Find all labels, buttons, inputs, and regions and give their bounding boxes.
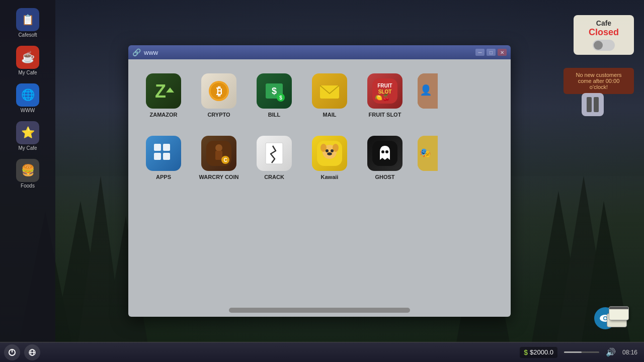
svg-point-40 — [326, 149, 329, 152]
mail-label: MAIL — [323, 112, 337, 118]
taskbar: $ $2000.0 🔊 08:16 — [0, 342, 644, 362]
close-button[interactable]: ✕ — [498, 49, 507, 56]
sidebar: 📋 Cafesoft ☕ My Cafe 🌐 WWW ⭐ My Cafe 🍔 F… — [0, 0, 55, 342]
fruitslot-icon: FRUIT SLOT 🍋 🍒 — [367, 73, 403, 109]
svg-point-45 — [385, 150, 388, 153]
window-titlebar: 🔗 www ─ □ ✕ — [128, 45, 511, 59]
svg-text:👤: 👤 — [420, 84, 432, 96]
cafe-status: Closed — [581, 27, 627, 38]
crack-label: CRACK — [264, 174, 284, 180]
app-item-zamazor[interactable]: Z ZAMAZOR — [138, 69, 189, 122]
sidebar-label-mycafe2: My Cafe — [18, 145, 37, 151]
ghost-icon — [367, 136, 403, 171]
sidebar-label-mycafe: My Cafe — [18, 70, 37, 75]
volume-icon[interactable]: 🔊 — [606, 347, 616, 357]
app-item-fruitslot[interactable]: FRUIT SLOT 🍋 🍒 FRUIT SLOT — [360, 69, 410, 122]
sidebar-item-foods[interactable]: 🍔 Foods — [5, 156, 50, 192]
zamazor-icon: Z — [146, 73, 181, 109]
app-item-ghost[interactable]: GHOST — [360, 132, 410, 184]
app-item-crack[interactable]: CRACK — [249, 132, 299, 184]
card-icon[interactable] — [607, 306, 629, 334]
titlebar-icon: 🔗 — [132, 48, 141, 56]
svg-text:$: $ — [272, 86, 277, 96]
money-amount: $2000.0 — [530, 348, 553, 356]
app-item-kawaii[interactable]: Kawaii — [304, 132, 355, 184]
card-front — [609, 306, 629, 320]
app-item-bill[interactable]: $ $ BILL — [249, 69, 299, 122]
scrollbar[interactable] — [229, 308, 410, 313]
svg-text:🍋: 🍋 — [375, 94, 382, 101]
taskbar-slider-area — [561, 351, 602, 353]
svg-rect-35 — [266, 143, 283, 164]
svg-point-42 — [327, 152, 332, 155]
svg-point-44 — [381, 150, 384, 153]
svg-point-41 — [331, 149, 334, 152]
cafe-toggle[interactable] — [593, 40, 615, 51]
cafe-notification: No new customers come after 00:00 o'cloc… — [564, 68, 634, 94]
crack-icon — [257, 136, 292, 171]
cafesoft-icon: 📋 — [16, 8, 39, 31]
pause-area — [582, 93, 604, 116]
svg-marker-10 — [166, 87, 174, 93]
window-body: Z ZAMAZOR ₿ CRYPTO — [128, 59, 511, 317]
pause-bar-right — [594, 97, 599, 112]
fruitslot-label: FRUIT SLOT — [369, 112, 401, 118]
app-item-skin[interactable]: 👤 — [415, 69, 440, 122]
sidebar-item-www[interactable]: 🌐 WWW — [5, 80, 50, 116]
svg-rect-28 — [154, 153, 161, 160]
titlebar-title: www — [144, 49, 472, 56]
svg-text:₿: ₿ — [216, 85, 222, 98]
mail-icon — [312, 73, 347, 109]
bill-icon: $ $ — [257, 73, 292, 109]
app-item-crypto[interactable]: ₿ CRYPTO — [194, 69, 244, 122]
warcry-label: WARCRY COIN — [199, 174, 239, 180]
warcry-icon: C — [201, 136, 236, 171]
svg-rect-29 — [163, 153, 170, 160]
minimize-button[interactable]: ─ — [475, 49, 485, 56]
app-item-apps[interactable]: APPS — [138, 132, 189, 184]
svg-text:Z: Z — [155, 81, 166, 102]
pause-bar-left — [587, 97, 592, 112]
www-window: 🔗 www ─ □ ✕ Z ZAMAZOR — [128, 45, 511, 317]
svg-rect-27 — [163, 144, 170, 151]
window-controls: ─ □ ✕ — [475, 49, 507, 56]
svg-rect-32 — [215, 151, 222, 160]
kawaii-label: Kawaii — [321, 174, 339, 180]
svg-point-31 — [215, 144, 222, 151]
zamazor-label: ZAMAZOR — [150, 112, 178, 118]
sidebar-label-www: WWW — [21, 108, 35, 113]
kawaii-icon — [312, 136, 347, 171]
taskbar-power-button[interactable] — [4, 344, 20, 360]
apps-icon — [146, 136, 181, 171]
svg-text:🍒: 🍒 — [382, 94, 390, 101]
apps-label: APPS — [156, 174, 171, 180]
mycafe2-icon: ⭐ — [16, 121, 39, 144]
svg-text:🎭: 🎭 — [420, 147, 431, 158]
sidebar-item-mycafe2[interactable]: ⭐ My Cafe — [5, 118, 50, 154]
cafe-toggle-knob — [594, 41, 603, 50]
svg-text:$: $ — [279, 95, 282, 101]
foods-icon: 🍔 — [16, 159, 39, 182]
cafe-panel: Cafe Closed — [574, 15, 634, 55]
real-icon: 🎭 — [418, 136, 438, 171]
sidebar-label-foods: Foods — [21, 183, 35, 189]
app-item-real[interactable]: 🎭 — [415, 132, 440, 184]
dollar-icon: $ — [524, 348, 528, 356]
maximize-button[interactable]: □ — [487, 49, 496, 56]
crypto-label: CRYPTO — [207, 112, 230, 118]
taskbar-www-button[interactable] — [24, 344, 40, 360]
taskbar-time: 08:16 — [620, 349, 640, 356]
app-item-warcry[interactable]: C WARCRY COIN — [194, 132, 244, 184]
pause-button[interactable] — [582, 93, 604, 116]
ghost-label: GHOST — [375, 174, 394, 180]
sidebar-item-mycafe[interactable]: ☕ My Cafe — [5, 43, 50, 78]
bill-label: BILL — [268, 112, 280, 118]
sidebar-label-cafesoft: Cafesoft — [18, 32, 37, 38]
svg-text:FRUIT: FRUIT — [377, 83, 392, 88]
svg-text:C: C — [223, 157, 227, 163]
cafe-title: Cafe — [581, 19, 627, 27]
skin-icon: 👤 — [418, 73, 438, 109]
sidebar-item-cafesoft[interactable]: 📋 Cafesoft — [5, 5, 50, 41]
app-item-mail[interactable]: MAIL — [304, 69, 355, 122]
app-grid: Z ZAMAZOR ₿ CRYPTO — [138, 69, 501, 184]
